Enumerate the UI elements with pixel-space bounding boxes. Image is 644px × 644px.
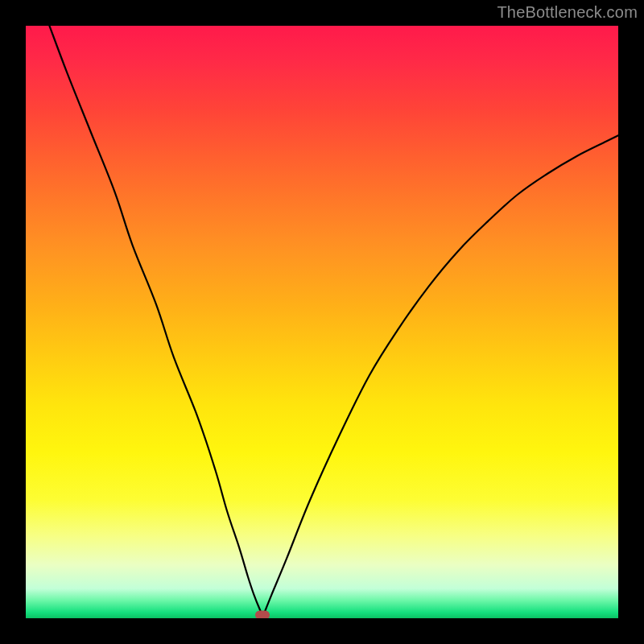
curve-path [49, 26, 618, 615]
bottleneck-curve [26, 26, 618, 618]
plot-area [26, 26, 618, 618]
chart-stage: TheBottleneck.com [0, 0, 644, 644]
minimum-marker [255, 611, 270, 618]
watermark-text: TheBottleneck.com [497, 3, 638, 22]
